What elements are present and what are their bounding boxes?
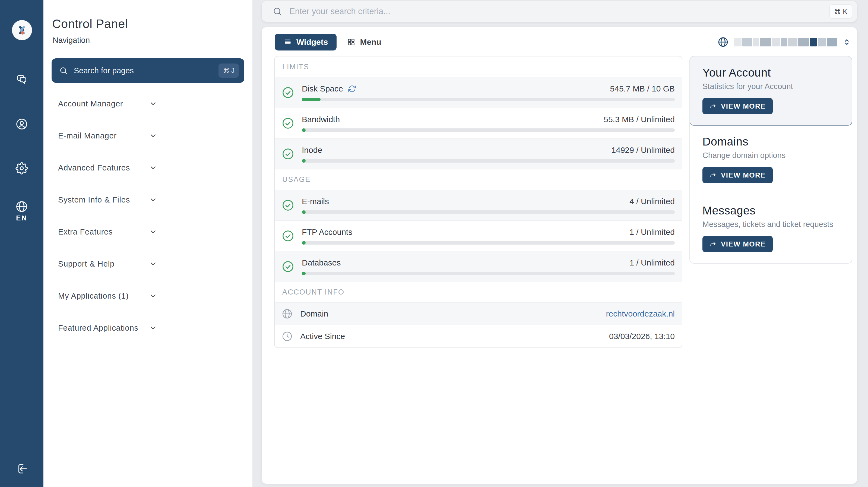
card-messages: Messages Messages, tickets and ticket re… [690, 194, 852, 263]
globe-icon [282, 308, 292, 319]
sidebar-search-input[interactable]: Search for pages ⌘ J [52, 58, 244, 83]
up-down-chevrons-icon [842, 38, 851, 47]
section-header-limits: LIMITS [275, 57, 682, 77]
progress-track [302, 210, 675, 214]
language-rail-button[interactable] [0, 199, 43, 215]
sidebar-item-account-manager[interactable]: Account Manager [43, 88, 252, 120]
check-circle-icon [282, 230, 294, 242]
search-icon [273, 6, 282, 16]
stats-card: LIMITS Disk Space 545.7 MB / 10 GB [274, 56, 682, 348]
progress-track [302, 272, 675, 275]
usage-row-ftp-accounts: FTP Accounts 1 / Unlimited [275, 220, 682, 251]
sidebar-nav: Account Manager E-mail Manager Advanced … [43, 88, 252, 344]
refresh-icon[interactable] [348, 85, 356, 93]
global-search-input[interactable]: Enter your search criteria... ⌘ K [262, 1, 857, 22]
messages-rail-button[interactable] [0, 72, 43, 88]
global-search-placeholder: Enter your search criteria... [289, 6, 829, 16]
view-tabs: Widgets Menu [275, 34, 381, 51]
chat-bubbles-icon [16, 73, 28, 86]
usage-row-databases: Databases 1 / Unlimited [275, 251, 682, 282]
tab-widgets[interactable]: Widgets [275, 34, 337, 51]
shortcut-badge-cmd-k: ⌘ K [829, 4, 852, 19]
check-circle-icon [282, 117, 294, 129]
progress-fill [302, 98, 320, 101]
chevron-down-icon [149, 196, 240, 204]
sidebar-item-advanced-features[interactable]: Advanced Features [43, 152, 252, 184]
view-more-domains-button[interactable]: VIEW MORE [703, 167, 773, 183]
check-circle-icon [282, 260, 294, 273]
info-row-active-since: Active Since 03/03/2026, 13:10 [275, 325, 682, 347]
progress-fill [302, 159, 306, 162]
limit-row-bandwidth: Bandwidth 55.3 MB / Unlimited [275, 108, 682, 139]
chevron-down-icon [149, 324, 240, 332]
section-header-account-info: ACCOUNT INFO [275, 282, 682, 302]
tab-menu[interactable]: Menu [347, 34, 381, 51]
user-circle-icon [16, 118, 28, 130]
progress-fill [302, 241, 306, 245]
progress-track [302, 128, 675, 132]
globe-icon [16, 200, 28, 213]
limit-row-inode: Inode 14929 / Unlimited [275, 139, 682, 169]
logout-rail-button[interactable] [0, 461, 43, 477]
sidebar-item-email-manager[interactable]: E-mail Manager [43, 120, 252, 152]
redirect-arrow-icon [710, 102, 717, 110]
grid-icon [347, 38, 355, 47]
list-lines-icon [283, 38, 292, 47]
globe-icon [718, 37, 728, 48]
redirect-arrow-icon [710, 171, 717, 179]
search-icon [59, 66, 68, 75]
limit-row-disk-space: Disk Space 545.7 MB / 10 GB [275, 77, 682, 108]
chevron-down-icon [149, 100, 240, 108]
icon-rail: EN [0, 0, 43, 487]
progress-track [302, 159, 675, 162]
view-more-messages-button[interactable]: VIEW MORE [703, 236, 773, 252]
chevron-down-icon [149, 228, 240, 236]
card-domains: Domains Change domain options VIEW MORE [690, 125, 852, 194]
chevron-down-icon [149, 260, 240, 268]
sidebar-item-system-info-files[interactable]: System Info & Files [43, 184, 252, 216]
redirect-arrow-icon [710, 240, 717, 248]
sidebar-item-my-applications[interactable]: My Applications (1) [43, 280, 252, 312]
sidebar-item-support-help[interactable]: Support & Help [43, 248, 252, 280]
active-since-value: 03/03/2026, 13:10 [609, 332, 675, 341]
shortcut-badge-cmd-j: ⌘ J [218, 63, 239, 78]
sidebar-item-extra-features[interactable]: Extra Features [43, 216, 252, 248]
chevron-down-icon [149, 164, 240, 172]
sidebar-subtitle: Navigation [53, 36, 252, 45]
brand-logo[interactable] [12, 20, 32, 40]
sidebar-search-placeholder: Search for pages [74, 66, 218, 75]
account-rail-button[interactable] [0, 116, 43, 132]
check-circle-icon [282, 148, 294, 160]
sidebar-item-featured-applications[interactable]: Featured Applications [43, 312, 252, 344]
chevron-down-icon [149, 132, 240, 140]
shortcut-cards: Your Account Statistics for your Account… [689, 56, 852, 264]
main-panel: Widgets Menu [262, 27, 857, 484]
domain-link[interactable]: rechtvoordezaak.nl [606, 309, 675, 318]
check-circle-icon [282, 86, 294, 99]
x-mark-logo-icon [16, 24, 28, 36]
navigation-sidebar: Control Panel Navigation Search for page… [43, 0, 252, 487]
clock-icon [282, 331, 292, 342]
progress-fill [302, 272, 306, 275]
sign-out-icon [16, 463, 28, 475]
card-your-account: Your Account Statistics for your Account… [689, 56, 852, 126]
check-circle-icon [282, 199, 294, 211]
progress-fill [302, 128, 306, 132]
gear-icon [16, 162, 28, 175]
settings-rail-button[interactable] [0, 160, 43, 177]
domain-selector[interactable] [718, 37, 851, 48]
chevron-down-icon [149, 292, 240, 300]
page-title: Control Panel [52, 17, 252, 31]
progress-fill [302, 210, 306, 214]
language-label[interactable]: EN [0, 214, 43, 222]
usage-row-emails: E-mails 4 / Unlimited [275, 190, 682, 220]
progress-track [302, 98, 675, 101]
info-row-domain: Domain rechtvoordezaak.nl [275, 302, 682, 325]
redacted-domain-text [734, 38, 837, 47]
section-header-usage: USAGE [275, 169, 682, 190]
view-more-account-button[interactable]: VIEW MORE [703, 98, 773, 114]
progress-track [302, 241, 675, 245]
